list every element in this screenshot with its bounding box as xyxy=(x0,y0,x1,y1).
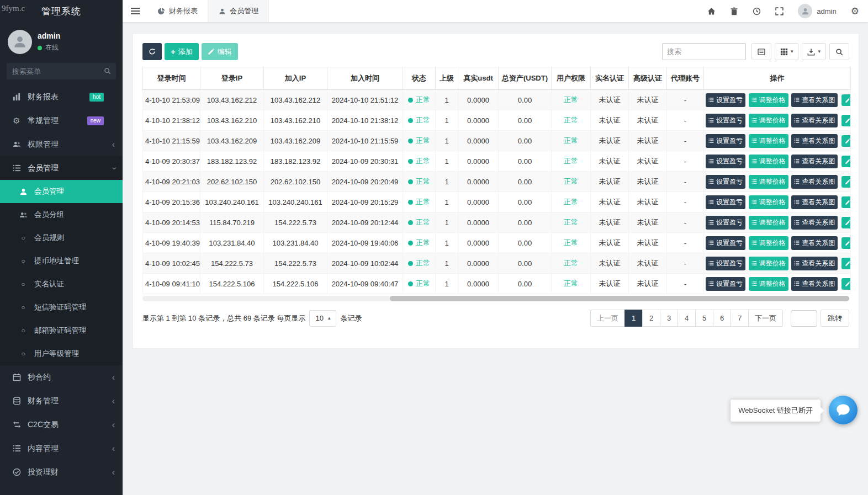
edit-row-button[interactable] xyxy=(841,217,851,228)
sidebar-item-permission[interactable]: 权限管理 ‹ xyxy=(0,132,123,156)
sidebar-subitem-withdraw-address[interactable]: ○ 提币地址管理 xyxy=(0,249,123,273)
set-profit-button[interactable]: 设置盈亏 xyxy=(706,216,745,230)
horizontal-scrollbar[interactable] xyxy=(142,296,849,301)
prev-page-button[interactable]: 上一页 xyxy=(590,310,625,327)
view-relation-button[interactable]: 查看关系图 xyxy=(791,155,838,168)
set-profit-button[interactable]: 设置盈亏 xyxy=(706,93,745,107)
view-relation-button[interactable]: 查看关系图 xyxy=(791,195,838,209)
view-relation-button[interactable]: 查看关系图 xyxy=(791,93,838,107)
adjust-price-button[interactable]: 调整价格 xyxy=(749,134,788,148)
adjust-price-button[interactable]: 调整价格 xyxy=(749,236,788,250)
adjust-price-button[interactable]: 调整价格 xyxy=(749,277,788,291)
view-relation-button[interactable]: 查看关系图 xyxy=(791,277,838,291)
page-number-button[interactable]: 6 xyxy=(713,310,731,327)
table-row[interactable]: 4-10-09 20:21:03 202.62.102.150 202.62.1… xyxy=(143,172,851,192)
view-relation-button[interactable]: 查看关系图 xyxy=(791,134,838,148)
settings-gear-icon[interactable]: ⚙ xyxy=(851,7,859,16)
edit-row-button[interactable] xyxy=(841,135,851,147)
view-relation-button[interactable]: 查看关系图 xyxy=(791,175,838,189)
sidebar-item-finance[interactable]: 财务管理 ‹ xyxy=(0,389,123,413)
set-profit-button[interactable]: 设置盈亏 xyxy=(706,195,745,209)
add-button[interactable]: + 添加 xyxy=(165,43,199,60)
table-row[interactable]: 4-10-09 20:30:37 183.182.123.92 183.182.… xyxy=(143,151,851,172)
refresh-button[interactable] xyxy=(142,43,162,60)
set-profit-button[interactable]: 设置盈亏 xyxy=(706,175,745,189)
edit-row-button[interactable] xyxy=(841,237,851,249)
page-number-button[interactable]: 1 xyxy=(624,310,643,327)
sidebar-item-member[interactable]: 会员管理 ‹ xyxy=(0,156,123,180)
edit-row-button[interactable] xyxy=(841,94,851,106)
set-profit-button[interactable]: 设置盈亏 xyxy=(706,114,745,127)
table-row[interactable]: 4-10-10 21:15:59 103.43.162.209 103.43.1… xyxy=(143,131,851,151)
sidebar-subitem-member-group[interactable]: 会员分组 xyxy=(0,203,123,226)
set-profit-button[interactable]: 设置盈亏 xyxy=(706,134,745,148)
edit-row-button[interactable] xyxy=(841,278,851,290)
table-row[interactable]: 4-10-10 21:53:09 103.43.162.212 103.43.1… xyxy=(143,90,851,110)
table-row[interactable]: 4-10-09 20:14:53 115.84.70.219 154.222.5… xyxy=(143,212,851,233)
jump-page-input[interactable] xyxy=(791,310,817,327)
view-relation-button[interactable]: 查看关系图 xyxy=(791,257,838,270)
table-row[interactable]: 4-10-09 19:40:39 103.231.84.40 103.231.8… xyxy=(143,233,851,253)
page-size-dropdown[interactable]: 10 ▴ xyxy=(309,310,336,327)
set-profit-button[interactable]: 设置盈亏 xyxy=(706,236,745,250)
edit-row-button[interactable] xyxy=(841,176,851,188)
adjust-price-button[interactable]: 调整价格 xyxy=(749,195,788,209)
next-page-button[interactable]: 下一页 xyxy=(748,310,783,327)
export-button[interactable]: ▾ xyxy=(802,43,826,60)
adjust-price-button[interactable]: 调整价格 xyxy=(749,93,788,107)
page-number-button[interactable]: 3 xyxy=(660,310,678,327)
page-number-button[interactable]: 5 xyxy=(695,310,713,327)
sidebar-item-content[interactable]: 内容管理 ‹ xyxy=(0,437,123,460)
edit-row-button[interactable] xyxy=(841,115,851,126)
adjust-price-button[interactable]: 调整价格 xyxy=(749,155,788,168)
page-number-button[interactable]: 4 xyxy=(678,310,696,327)
edit-row-button[interactable] xyxy=(841,196,851,208)
fullscreen-icon[interactable] xyxy=(775,7,784,15)
sidebar-item-contract[interactable]: 秒合约 ‹ xyxy=(0,365,123,389)
sidebar-item-invest[interactable]: 投资理财 ‹ xyxy=(0,460,123,484)
set-profit-button[interactable]: 设置盈亏 xyxy=(706,155,745,168)
sidebar-item-general[interactable]: ⚙ 常规管理 new xyxy=(0,109,123,132)
chat-button[interactable] xyxy=(829,396,858,424)
detail-view-button[interactable] xyxy=(751,43,771,60)
refresh-history-icon[interactable] xyxy=(753,7,761,15)
adjust-price-button[interactable]: 调整价格 xyxy=(749,257,788,270)
sidebar-toggle-button[interactable] xyxy=(123,0,148,22)
scrollbar-thumb[interactable] xyxy=(390,296,849,301)
set-profit-button[interactable]: 设置盈亏 xyxy=(706,277,745,291)
columns-button[interactable]: ▾ xyxy=(775,43,799,60)
home-icon[interactable] xyxy=(707,7,716,15)
adjust-price-button[interactable]: 调整价格 xyxy=(749,175,788,189)
tab-member-manage[interactable]: 会员管理 xyxy=(208,0,269,22)
sidebar-subitem-user-level[interactable]: ○ 用户等级管理 xyxy=(0,342,123,365)
sidebar-subitem-member-manage[interactable]: 会员管理 xyxy=(0,180,123,203)
table-row[interactable]: 4-10-09 09:41:10 154.222.5.106 154.222.5… xyxy=(143,274,851,294)
trash-icon[interactable] xyxy=(730,7,738,15)
view-relation-button[interactable]: 查看关系图 xyxy=(791,216,838,230)
edit-button[interactable]: 编辑 xyxy=(202,43,238,60)
view-relation-button[interactable]: 查看关系图 xyxy=(791,236,838,250)
menu-search-input[interactable] xyxy=(7,63,116,79)
search-button[interactable] xyxy=(829,43,849,60)
sidebar-item-c2c[interactable]: C2C交易 ‹ xyxy=(0,413,123,437)
sidebar-subitem-email-code[interactable]: ○ 邮箱验证码管理 xyxy=(0,319,123,342)
table-search-input[interactable] xyxy=(662,43,746,60)
table-row[interactable]: 4-10-10 21:38:12 103.43.162.210 103.43.1… xyxy=(143,110,851,131)
adjust-price-button[interactable]: 调整价格 xyxy=(749,114,788,127)
sidebar-subitem-member-rule[interactable]: ○ 会员规则 xyxy=(0,226,123,249)
table-row[interactable]: 4-10-09 20:15:36 103.240.240.161 103.240… xyxy=(143,192,851,212)
jump-button[interactable]: 跳转 xyxy=(821,310,849,327)
edit-row-button[interactable] xyxy=(841,156,851,167)
page-number-button[interactable]: 2 xyxy=(642,310,660,327)
table-row[interactable]: 4-10-09 10:02:45 154.222.5.73 154.222.5.… xyxy=(143,253,851,274)
tab-financial-report[interactable]: 财务报表 xyxy=(148,0,208,22)
page-number-button[interactable]: 7 xyxy=(731,310,749,327)
adjust-price-button[interactable]: 调整价格 xyxy=(749,216,788,230)
set-profit-button[interactable]: 设置盈亏 xyxy=(706,257,745,270)
view-relation-button[interactable]: 查看关系图 xyxy=(791,114,838,127)
sidebar-item-financial-report[interactable]: 财务报表 hot xyxy=(0,85,123,109)
edit-row-button[interactable] xyxy=(841,258,851,269)
user-menu[interactable]: admin xyxy=(798,4,836,18)
sidebar-subitem-sms-code[interactable]: ○ 短信验证码管理 xyxy=(0,296,123,319)
sidebar-subitem-real-name-auth[interactable]: ○ 实名认证 xyxy=(0,273,123,296)
